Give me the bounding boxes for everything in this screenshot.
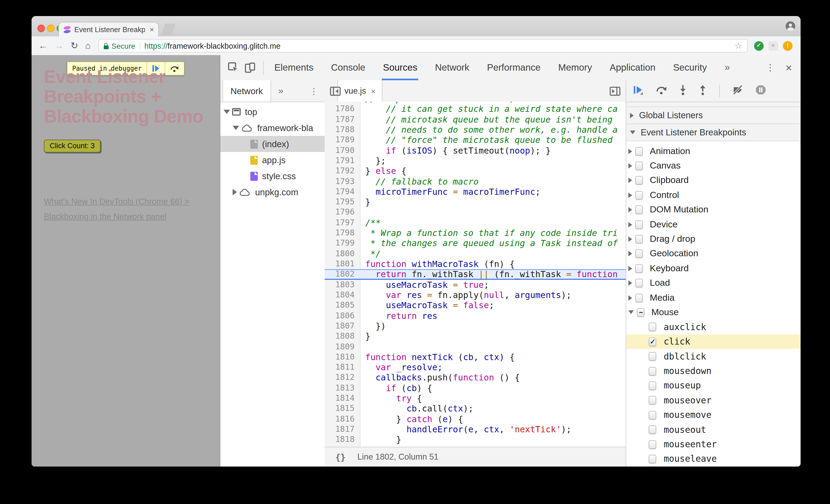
line-number[interactable]: 1794 bbox=[325, 187, 360, 197]
pause-on-exceptions-icon[interactable] bbox=[755, 85, 766, 97]
bookmark-star-icon[interactable]: ☆ bbox=[735, 41, 742, 50]
line-number[interactable]: 1803 bbox=[325, 280, 360, 290]
devtools-whats-new-link[interactable]: What's New In DevTools (Chrome 66) > bbox=[44, 194, 189, 209]
line-number[interactable]: 1812 bbox=[325, 373, 360, 383]
chevron-right-icon[interactable] bbox=[628, 280, 632, 286]
device-toolbar-icon[interactable] bbox=[245, 62, 256, 73]
devtools-tab-network[interactable]: Network bbox=[435, 55, 469, 80]
breakpoint-event-mouseleave[interactable]: mouseleave bbox=[626, 451, 801, 466]
breakpoint-category-clipboard[interactable]: Clipboard bbox=[626, 174, 801, 188]
breakpoint-category-load[interactable]: Load bbox=[626, 276, 801, 290]
extension-check-icon[interactable] bbox=[754, 41, 764, 51]
line-number[interactable]: 1813 bbox=[325, 383, 360, 393]
line-number[interactable]: 1801 bbox=[325, 259, 360, 270]
line-number[interactable]: 1793 bbox=[325, 176, 360, 187]
line-number[interactable]: 1809 bbox=[325, 342, 360, 352]
refresh-icon[interactable]: ↻ bbox=[71, 41, 78, 50]
devtools-menu-dots-icon[interactable]: ⋮ bbox=[766, 62, 775, 73]
chevron-right-icon[interactable] bbox=[628, 266, 632, 271]
more-tabs-icon[interactable]: » bbox=[278, 86, 283, 96]
inspect-element-icon[interactable] bbox=[228, 62, 239, 73]
chevron-right-icon[interactable] bbox=[628, 193, 632, 198]
breakpoint-event-auxclick[interactable]: auxclick bbox=[626, 320, 801, 335]
breakpoint-event-mouseup[interactable]: mouseup bbox=[626, 379, 801, 393]
line-number[interactable]: 1811 bbox=[325, 362, 360, 373]
line-number[interactable]: 1790 bbox=[325, 145, 360, 156]
chevron-right-icon[interactable] bbox=[628, 237, 632, 242]
step-out-icon[interactable] bbox=[698, 85, 707, 97]
category-checkbox[interactable] bbox=[635, 264, 643, 273]
event-checkbox[interactable] bbox=[649, 411, 656, 419]
line-number[interactable]: 1810 bbox=[325, 352, 360, 363]
line-number[interactable]: 1787 bbox=[325, 114, 360, 125]
category-checkbox[interactable] bbox=[635, 191, 643, 199]
line-number[interactable]: 1788 bbox=[325, 125, 360, 135]
file-tree-item-framework-bla[interactable]: framework-bla bbox=[220, 120, 325, 136]
chevron-right-icon[interactable] bbox=[628, 163, 632, 168]
address-bar[interactable]: Secure https://framework-blackboxing.gli… bbox=[98, 39, 748, 53]
category-checkbox[interactable] bbox=[635, 176, 643, 185]
line-number[interactable]: 1805 bbox=[325, 301, 360, 311]
breakpoint-category-animation[interactable]: Animation bbox=[626, 144, 801, 159]
line-number[interactable]: 1814 bbox=[325, 393, 360, 404]
url-text[interactable]: https://framework-blackboxing.glitch.me bbox=[145, 41, 731, 50]
line-number[interactable]: 1789 bbox=[325, 135, 360, 146]
chevron-right-icon[interactable] bbox=[628, 222, 632, 227]
devtools-tab-application[interactable]: Application bbox=[610, 55, 656, 80]
blackboxing-network-link[interactable]: Blackboxing in the Network panel bbox=[44, 209, 189, 224]
category-checkbox[interactable] bbox=[635, 293, 643, 302]
devtools-tab-console[interactable]: Console bbox=[331, 55, 365, 80]
line-number[interactable]: 1818 bbox=[325, 435, 360, 445]
file-tree-item-style-css[interactable]: style.css bbox=[220, 168, 325, 184]
section-global-listeners[interactable]: Global Listeners bbox=[626, 107, 801, 124]
breakpoint-category-media[interactable]: Media bbox=[626, 290, 801, 305]
tab-close-icon[interactable]: × bbox=[150, 26, 154, 33]
line-number[interactable]: 1796 bbox=[325, 207, 360, 218]
category-checkbox[interactable] bbox=[635, 147, 643, 155]
profile-avatar[interactable] bbox=[786, 22, 795, 31]
breakpoint-category-dom-mutation[interactable]: DOM Mutation bbox=[626, 202, 801, 217]
file-tree-item-top[interactable]: top bbox=[220, 104, 325, 120]
line-number[interactable]: 1808 bbox=[325, 331, 360, 342]
step-over-icon[interactable] bbox=[656, 85, 667, 97]
event-checkbox[interactable] bbox=[649, 396, 656, 405]
devtools-tab-elements[interactable]: Elements bbox=[274, 55, 313, 80]
new-tab-button[interactable] bbox=[161, 24, 176, 35]
line-number[interactable]: 1807 bbox=[325, 321, 360, 332]
code-viewport[interactable]: 1785// in problematic UIWebViews, Promis… bbox=[325, 102, 626, 447]
breakpoint-category-mouse[interactable]: Mouse bbox=[626, 305, 801, 320]
line-number[interactable]: 1791 bbox=[325, 156, 360, 166]
line-number[interactable]: 1816 bbox=[325, 414, 360, 424]
navigator-tab-network[interactable]: Network bbox=[222, 80, 271, 102]
click-count-button[interactable]: Click Count: 3 bbox=[44, 139, 100, 153]
minimize-window-button[interactable] bbox=[47, 25, 55, 32]
line-number[interactable]: 1804 bbox=[325, 290, 360, 301]
devtools-tab-sources[interactable]: Sources bbox=[383, 55, 417, 80]
chevron-down-icon[interactable] bbox=[628, 311, 634, 314]
file-tree-item-unpkg-com[interactable]: unpkg.com bbox=[220, 184, 325, 200]
chevron-right-icon[interactable] bbox=[628, 251, 632, 256]
chevron-right-icon[interactable] bbox=[233, 189, 237, 195]
line-number[interactable]: 1798 bbox=[325, 228, 360, 239]
breakpoint-event-mousedown[interactable]: mousedown bbox=[626, 364, 801, 379]
breakpoint-category-canvas[interactable]: Canvas bbox=[626, 159, 801, 174]
line-number[interactable]: 1786 bbox=[325, 104, 360, 115]
breakpoint-event-mousemove[interactable]: mousemove bbox=[626, 408, 801, 422]
chevron-right-icon[interactable] bbox=[628, 149, 632, 154]
expand-right-panel-icon[interactable] bbox=[610, 86, 620, 95]
back-icon[interactable]: ← bbox=[38, 41, 47, 50]
navigator-menu-dots-icon[interactable]: ⋮ bbox=[310, 86, 318, 96]
chevron-right-icon[interactable] bbox=[628, 178, 632, 183]
event-checkbox[interactable] bbox=[649, 426, 656, 434]
devtools-close-icon[interactable]: × bbox=[785, 61, 792, 74]
file-tree-item-index[interactable]: (index) bbox=[220, 136, 325, 152]
line-number[interactable]: 1802 bbox=[325, 270, 360, 280]
chevron-down-icon[interactable] bbox=[233, 126, 239, 130]
category-checkbox[interactable] bbox=[635, 162, 643, 170]
event-checkbox[interactable] bbox=[649, 338, 656, 346]
event-checkbox[interactable] bbox=[649, 323, 656, 332]
breakpoint-category-keyboard[interactable]: Keyboard bbox=[626, 261, 801, 276]
category-checkbox[interactable] bbox=[635, 220, 643, 229]
line-number[interactable]: 1792 bbox=[325, 166, 360, 176]
deactivate-breakpoints-icon[interactable] bbox=[732, 85, 744, 97]
